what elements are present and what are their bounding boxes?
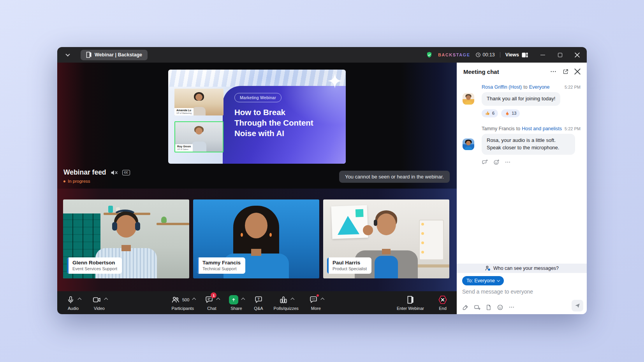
headphone-earpad	[112, 222, 117, 231]
avatar-torso	[465, 147, 472, 150]
timer-value: 00:13	[483, 52, 495, 58]
enter-webinar-button[interactable]: Enter Webinar	[397, 295, 424, 311]
attach-file-button[interactable]	[486, 304, 492, 311]
format-text-button[interactable]	[462, 304, 469, 311]
name-tag-tammy: Tammy Francis Technical Support	[197, 257, 245, 274]
collapse-chevron-button[interactable]	[63, 51, 72, 59]
share-button[interactable]: Share	[229, 295, 243, 311]
desktop-background: Webinar | Backstage BACKSTAGE 00:13 View…	[0, 0, 644, 362]
message-actions	[482, 159, 581, 165]
meeting-chat-panel: Meeting chat Rosa Griffin (Host) to Ever…	[457, 63, 587, 314]
chat-more-options-button[interactable]	[550, 68, 557, 75]
shared-slide-preview: Marketing Webinar How to Break Through t…	[168, 70, 346, 164]
send-message-button[interactable]	[572, 300, 583, 311]
chevron-up-icon[interactable]	[192, 298, 196, 302]
qa-button[interactable]: ? Q&A	[254, 295, 263, 311]
security-shield-icon	[426, 51, 433, 59]
reaction-fire[interactable]: 13	[501, 109, 520, 117]
chevron-up-icon[interactable]	[320, 298, 324, 302]
avatar-tammy	[463, 138, 474, 150]
titlebar-divider	[500, 52, 500, 58]
participant-video-glenn: Glenn Robertson Event Services Support	[63, 199, 189, 278]
compose-more-button[interactable]	[509, 304, 515, 311]
tab-label: Webinar | Backstage	[95, 52, 142, 58]
message-recipient[interactable]: Host and panelists	[522, 126, 562, 131]
end-label: End	[439, 306, 447, 311]
inset-role: VP of Marketing	[176, 112, 192, 114]
panelist-tiles-row: Glenn Robertson Event Services Support	[57, 189, 457, 291]
chat-title: Meeting chat	[463, 68, 499, 75]
enter-webinar-label: Enter Webinar	[397, 306, 424, 311]
speaker-muted-icon[interactable]	[111, 170, 118, 176]
screen-capture-button[interactable]	[474, 304, 480, 311]
feed-info: Webinar feed CC In progress	[63, 168, 130, 184]
quote-add-icon	[482, 159, 488, 165]
avatar-rosa	[463, 93, 474, 105]
svg-text:?: ?	[257, 297, 259, 301]
end-hexagon-icon	[438, 295, 447, 304]
headset-earpiece	[374, 220, 377, 226]
participants-button[interactable]: 500 Participants	[171, 295, 194, 311]
backstage-badge: BACKSTAGE	[438, 52, 470, 57]
polls-button[interactable]: Polls/quizzes	[274, 295, 299, 311]
avatar-head	[466, 141, 471, 145]
message-header: Rosa Griffin (Host) to Everyone 5:22 PM	[482, 84, 581, 90]
chat-unread-badge: 1	[211, 292, 216, 298]
mini-torso	[192, 142, 206, 152]
close-chat-button[interactable]	[574, 68, 581, 75]
send-plane-icon	[574, 303, 581, 309]
views-label: Views	[505, 52, 519, 58]
chevron-up-icon[interactable]	[216, 298, 220, 302]
privacy-banner[interactable]: Who can see your messages?	[457, 264, 587, 273]
reaction-thumbs-up[interactable]: 6	[482, 109, 498, 117]
chat-button[interactable]: 1 Chat	[205, 295, 218, 311]
reactions-row: 6 13	[482, 109, 581, 117]
webinar-feed-section: Marketing Webinar How to Break Through t…	[57, 63, 457, 189]
notification-dot	[317, 294, 319, 297]
maximize-button[interactable]	[557, 52, 563, 58]
titlebar: Webinar | Backstage BACKSTAGE 00:13 View…	[57, 47, 587, 63]
person-head	[245, 213, 267, 238]
audio-label: Audio	[68, 306, 79, 311]
participant-name: Paul Harris	[333, 260, 367, 266]
chevron-up-icon[interactable]	[291, 298, 295, 302]
more-button[interactable]: More	[309, 295, 323, 311]
add-reaction-button[interactable]	[493, 159, 500, 165]
closed-captions-icon[interactable]: CC	[122, 170, 130, 175]
pop-out-chat-button[interactable]	[562, 68, 569, 75]
inset-label-amanda: Amanda Lu VP of Marketing	[174, 108, 194, 115]
end-button[interactable]: End	[438, 295, 447, 311]
quote-reply-button[interactable]	[482, 159, 488, 165]
message-more-button[interactable]	[505, 159, 511, 165]
earring	[269, 233, 272, 237]
chevron-up-icon[interactable]	[241, 298, 245, 302]
chevron-up-icon[interactable]	[77, 298, 81, 302]
sparkle-icon	[327, 73, 342, 88]
format-pen-icon	[462, 304, 469, 311]
mini-torso	[192, 107, 206, 115]
chevron-up-icon[interactable]	[104, 298, 108, 302]
meeting-timer: 00:13	[475, 52, 495, 58]
recipient-selector[interactable]: To: Everyone	[462, 276, 504, 285]
minimize-button[interactable]	[540, 52, 545, 58]
headphone-earpad	[135, 222, 140, 231]
more-options-icon	[309, 296, 318, 304]
inset-name: Roy Green	[177, 145, 191, 148]
tab-webinar-backstage[interactable]: Webinar | Backstage	[81, 50, 148, 60]
open-in-window-icon	[562, 68, 569, 75]
message-recipient[interactable]: Everyone	[529, 84, 550, 90]
message-sender[interactable]: Tammy Francis	[482, 126, 515, 131]
close-window-button[interactable]	[574, 52, 580, 58]
message-header: Tammy Francis to Host and panelists 5:22…	[482, 126, 581, 131]
person-visibility-icon	[485, 265, 491, 271]
views-button[interactable]: Views	[505, 52, 528, 58]
titlebar-right: BACKSTAGE 00:13 Views	[426, 51, 580, 59]
audio-button[interactable]: Audio	[67, 295, 80, 311]
video-button[interactable]: Video	[92, 295, 106, 311]
inset-video-roy: Roy Green VP of Sales	[174, 121, 223, 152]
person-tshirt	[375, 256, 398, 278]
message-input[interactable]	[462, 289, 567, 295]
emoji-button[interactable]	[497, 304, 503, 311]
participants-count: 500	[182, 297, 189, 302]
message-sender[interactable]: Rosa Griffin (Host)	[482, 84, 522, 90]
